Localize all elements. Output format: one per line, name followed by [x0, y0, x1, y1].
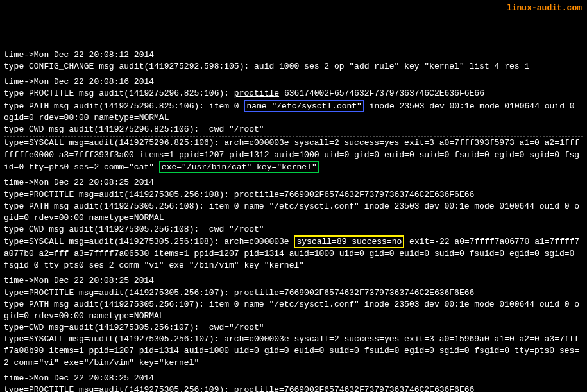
log-line: type=PATH msg=audit(1419275296.825:106):… [4, 100, 583, 124]
log-line: type=CWD msg=audit(1419275296.825:106): … [4, 124, 583, 135]
highlight-exe-key: exe="/usr/bin/cat" key="kernel" [159, 161, 319, 174]
highlight-path-name: name="/etc/sysctl.conf" [244, 100, 364, 113]
log-line: type=PROCTITLE msg=audit(1419275305.256:… [4, 189, 583, 201]
log-line: time->Mon Dec 22 20:08:12 2014 [4, 49, 583, 61]
log-line: type=SYSCALL msg=audit(1419275305.256:10… [4, 235, 583, 271]
log-line: time->Mon Dec 22 20:08:25 2014 [4, 373, 583, 384]
highlight-syscall-fail: syscall=89 success=no [294, 235, 404, 248]
log-line: type=PATH msg=audit(1419275305.256:108):… [4, 201, 583, 224]
log-line: type=SYSCALL msg=audit(1419275305.256:10… [4, 334, 583, 369]
log-line: type=PATH msg=audit(1419275305.256:107):… [4, 299, 583, 322]
terminal-output: time->Mon Dec 22 20:08:12 2014type=CONFI… [4, 49, 583, 392]
watermark: linux-audit.com [507, 3, 582, 14]
log-line: type=PROCTITLE msg=audit(1419275305.256:… [4, 384, 583, 392]
log-line: time->Mon Dec 22 20:08:25 2014 [4, 177, 583, 189]
log-line: time->Mon Dec 22 20:08:16 2014 [4, 76, 583, 88]
log-line: type=CWD msg=audit(1419275305.256:108): … [4, 224, 583, 235]
log-line: type=SYSCALL msg=audit(1419275296.825:10… [4, 137, 583, 173]
log-line: time->Mon Dec 22 20:08:25 2014 [4, 275, 583, 287]
log-line: type=PROCTITLE msg=audit(1419275296.825:… [4, 88, 583, 99]
log-line: type=PROCTITLE msg=audit(1419275305.256:… [4, 287, 583, 299]
log-line: type=CWD msg=audit(1419275305.256:107): … [4, 322, 583, 334]
log-line: type=CONFIG_CHANGE msg=audit(1419275292.… [4, 61, 583, 72]
